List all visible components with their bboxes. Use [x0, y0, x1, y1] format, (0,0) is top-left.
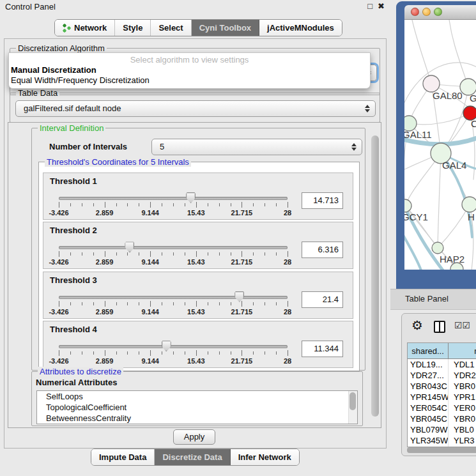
table-column-header[interactable]: shared... — [408, 343, 449, 359]
tick-mark — [150, 301, 151, 307]
table-row[interactable]: YDR27...YDR2 — [408, 370, 476, 381]
tick-mark — [185, 302, 185, 305]
tab-infer-network[interactable]: Infer Network — [231, 449, 299, 465]
tab-style[interactable]: Style — [115, 20, 151, 36]
tick-mark — [196, 301, 197, 307]
tick-mark — [208, 302, 208, 305]
table-row[interactable]: YPR145WYPR1 — [408, 392, 476, 403]
node-attribute-table[interactable]: shared...na YDL19...YDL1YDR27...YDR2YBR0… — [407, 342, 476, 447]
dropdown-item-manual-discretization[interactable]: Manual Discretization — [9, 65, 370, 75]
tick-mark — [208, 252, 208, 256]
table-row[interactable]: YBR043CYBR0 — [408, 381, 476, 392]
slider-track[interactable] — [59, 246, 288, 249]
network-edge[interactable] — [438, 153, 441, 248]
tick-mark — [276, 302, 277, 305]
network-node-gcy1[interactable] — [404, 199, 411, 212]
network-edge[interactable] — [409, 113, 470, 125]
slider-track[interactable] — [59, 296, 288, 299]
float-icon[interactable]: □ — [367, 1, 372, 11]
tick-mark — [185, 203, 185, 206]
tab-discretize-data[interactable]: Discretize Data — [155, 449, 230, 465]
gear-icon[interactable]: ⚙ — [411, 318, 423, 333]
tick-mark — [93, 351, 94, 355]
tab-label: Discretize Data — [162, 452, 222, 462]
tick-mark — [219, 302, 220, 305]
tick-mark — [162, 252, 162, 256]
algorithm-dropdown-popup: Select algorithm to view settings Manual… — [8, 52, 371, 89]
minimize-traffic-light-icon[interactable] — [422, 8, 431, 16]
tick-mark — [70, 252, 71, 256]
tick-mark — [93, 203, 94, 206]
table-cell: YDL19... — [408, 359, 449, 370]
slider-track[interactable] — [59, 345, 288, 348]
zoom-traffic-light-icon[interactable] — [434, 8, 442, 16]
tick-mark — [139, 302, 139, 305]
table-column-header[interactable]: na — [449, 343, 476, 359]
network-canvas[interactable]: GAL80GCGAL11GAL4GCY1HHAP2 — [404, 20, 476, 270]
threshold-value-box[interactable]: 14.713 — [302, 192, 343, 209]
dropdown-item-equal-width-frequency-discretization[interactable]: Equal Width/Frequency Discretization — [9, 75, 370, 85]
tick-mark — [162, 351, 162, 355]
checkbox-icons[interactable]: ☑☑ — [454, 320, 470, 330]
numerical-attributes-list[interactable]: SelfLoopsTopologicalCoefficientBetweenne… — [36, 390, 358, 424]
attribute-item-topologicalcoefficient[interactable]: TopologicalCoefficient — [37, 402, 357, 413]
close-traffic-light-icon[interactable] — [411, 8, 419, 16]
table-row[interactable]: YBL079WYBL0 — [408, 424, 476, 435]
horizontal-scrollbar[interactable] — [407, 447, 476, 453]
tab-impute-data[interactable]: Impute Data — [91, 449, 155, 465]
tick-mark — [173, 351, 174, 355]
tick-mark — [288, 202, 288, 208]
table-row[interactable]: YLR345WYLR3 — [408, 435, 476, 446]
list-scrollbar[interactable] — [348, 391, 357, 424]
table-row[interactable]: YBR045CYBR0 — [408, 413, 476, 424]
tick-label: 21.715 — [222, 258, 261, 266]
tick-mark — [219, 203, 220, 206]
tab-label: jActiveMNodules — [267, 23, 334, 33]
tick-label: 9.144 — [131, 308, 169, 316]
tick-label: -3.426 — [40, 308, 78, 316]
threshold-value-box[interactable]: 11.344 — [302, 341, 343, 357]
tick-mark — [162, 203, 162, 206]
tick-mark — [59, 301, 59, 307]
network-edge[interactable] — [438, 204, 470, 248]
attribute-item-selfloops[interactable]: SelfLoops — [37, 391, 357, 402]
network-svg: GAL80GCGAL11GAL4GCY1HHAP2 — [404, 20, 476, 270]
attributes-group: Attributes to discretize Numerical Attri… — [31, 371, 363, 426]
tick-mark — [59, 350, 59, 356]
tab-select[interactable]: Select — [151, 20, 191, 36]
tick-mark — [150, 251, 151, 257]
split-columns-icon[interactable] — [434, 321, 445, 333]
tick-label: 21.715 — [222, 357, 261, 365]
table-row[interactable]: YER054CYER0 — [408, 403, 476, 413]
network-window-titlebar[interactable] — [404, 5, 476, 20]
table-panel-window: ⚙ ☑☑ shared...na YDL19...YDL1YDR27...YDR… — [401, 313, 476, 456]
vertical-scrollbar[interactable] — [371, 135, 379, 417]
tab-network[interactable]: Network — [55, 20, 115, 36]
num-intervals-combo[interactable]: 5 — [151, 139, 362, 155]
tick-label: 9.144 — [131, 258, 169, 266]
table-panel-titlebar: Table Panel — [390, 289, 476, 310]
tick-mark — [265, 302, 265, 305]
apply-button[interactable]: Apply — [173, 429, 215, 445]
network-edge[interactable] — [449, 20, 468, 87]
threshold-value-box[interactable]: 21.4 — [302, 291, 343, 308]
network-node-h[interactable] — [462, 197, 476, 212]
close-icon[interactable]: ✖ — [378, 1, 385, 11]
tick-mark — [139, 252, 139, 256]
screen: Control Panel □ ✖ NetworkStyleSelectCyni… — [0, 0, 476, 476]
tick-label: -3.426 — [40, 209, 78, 217]
table-row[interactable]: YDL19...YDL1 — [408, 359, 476, 370]
tick-mark — [105, 350, 105, 356]
slider-track[interactable] — [59, 197, 288, 200]
tab-cyni-toolbox[interactable]: Cyni Toolbox — [192, 20, 259, 36]
thresholds-group: Threshold's Coordinates for 5 Intervals … — [38, 162, 360, 371]
threshold-value-box[interactable]: 6.316 — [302, 242, 343, 258]
network-node-label: GAL80 — [433, 90, 463, 101]
table-cell: YER0 — [449, 403, 476, 413]
network-edge[interactable] — [412, 20, 431, 84]
table-data-combo[interactable]: galFiltered.sif default node — [15, 100, 376, 117]
tab-jactivemnodules[interactable]: jActiveMNodules — [259, 20, 342, 36]
network-node-hap2[interactable] — [432, 242, 443, 254]
tick-mark — [276, 203, 277, 206]
attribute-item-betweennesscentrality[interactable]: BetweennessCentrality — [37, 413, 357, 424]
